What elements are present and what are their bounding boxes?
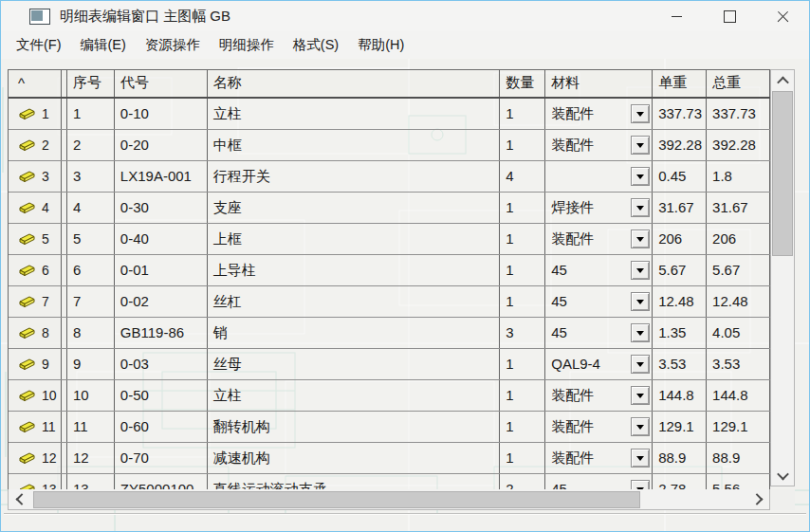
cell-code[interactable]: 0-40 bbox=[115, 224, 208, 254]
cell-name[interactable]: 丝杠 bbox=[208, 286, 501, 317]
maximize-button[interactable] bbox=[703, 1, 756, 31]
cell-qty[interactable]: 1 bbox=[500, 130, 545, 160]
menu-resource-ops[interactable]: 资源操作 bbox=[136, 32, 210, 58]
material-dropdown-button[interactable] bbox=[631, 261, 650, 280]
cell-qty[interactable]: 1 bbox=[500, 380, 545, 411]
cell-material[interactable]: 装配件 bbox=[545, 412, 653, 442]
cell-code[interactable]: 0-60 bbox=[115, 412, 208, 442]
cell-material[interactable]: 装配件 bbox=[545, 130, 653, 160]
material-dropdown-button[interactable] bbox=[631, 229, 650, 248]
cell-material[interactable]: 装配件 bbox=[545, 224, 653, 254]
scroll-down-button[interactable] bbox=[771, 465, 794, 486]
column-header-material[interactable]: 材料 bbox=[545, 70, 653, 97]
cell-name[interactable]: 翻转机构 bbox=[208, 412, 501, 442]
cell-name[interactable]: 立柱 bbox=[208, 99, 501, 129]
material-dropdown-button[interactable] bbox=[631, 355, 650, 374]
minimize-button[interactable] bbox=[650, 1, 703, 31]
material-dropdown-button[interactable] bbox=[631, 417, 650, 436]
cell-qty[interactable]: 2 bbox=[500, 474, 545, 489]
cell-code[interactable]: LX19A-001 bbox=[115, 161, 208, 192]
cell-qty[interactable]: 1 bbox=[500, 224, 545, 254]
material-dropdown-button[interactable] bbox=[631, 323, 650, 342]
material-dropdown-button[interactable] bbox=[631, 167, 650, 186]
cell-name[interactable]: 支座 bbox=[208, 193, 501, 223]
cell-unit-weight[interactable]: 12.48 bbox=[653, 286, 707, 317]
scroll-right-button[interactable] bbox=[746, 489, 769, 510]
horizontal-scrollbar[interactable] bbox=[8, 489, 770, 510]
cell-unit-weight[interactable]: 2.78 bbox=[653, 474, 707, 489]
cell-seq[interactable]: 1 bbox=[67, 99, 115, 129]
cell-name[interactable]: 销 bbox=[208, 318, 501, 348]
cell-material[interactable] bbox=[545, 161, 653, 192]
cell-name[interactable]: 中框 bbox=[208, 130, 501, 160]
cell-code[interactable]: GB119-86 bbox=[115, 318, 208, 348]
cell-total-weight[interactable]: 206 bbox=[707, 224, 770, 254]
cell-seq[interactable]: 13 bbox=[67, 474, 115, 489]
column-header-total-weight[interactable]: 总重 bbox=[707, 70, 770, 97]
cell-unit-weight[interactable]: 1.35 bbox=[653, 318, 707, 348]
cell-material[interactable]: QAL9-4 bbox=[545, 349, 653, 379]
cell-code[interactable]: 0-30 bbox=[115, 193, 208, 223]
cell-name[interactable]: 上导柱 bbox=[208, 255, 501, 285]
cell-unit-weight[interactable]: 88.9 bbox=[653, 443, 707, 473]
cell-name[interactable]: 立柱 bbox=[208, 380, 501, 411]
cell-qty[interactable]: 1 bbox=[500, 412, 545, 442]
cell-seq[interactable]: 8 bbox=[67, 318, 115, 348]
cell-qty[interactable]: 1 bbox=[500, 443, 545, 473]
cell-unit-weight[interactable]: 5.67 bbox=[653, 255, 707, 285]
row-header[interactable]: 11 bbox=[9, 412, 62, 442]
menu-help[interactable]: 帮助(H) bbox=[348, 32, 414, 58]
cell-qty[interactable]: 3 bbox=[500, 318, 545, 348]
material-dropdown-button[interactable] bbox=[631, 136, 650, 155]
material-dropdown-button[interactable] bbox=[631, 449, 650, 468]
cell-code[interactable]: 0-01 bbox=[115, 255, 208, 285]
column-header-unit-weight[interactable]: 单重 bbox=[653, 70, 707, 97]
cell-qty[interactable]: 1 bbox=[500, 99, 545, 129]
material-dropdown-button[interactable] bbox=[631, 104, 650, 123]
cell-unit-weight[interactable]: 129.1 bbox=[653, 412, 707, 442]
row-header[interactable]: 13 bbox=[9, 474, 62, 489]
cell-unit-weight[interactable]: 392.28 bbox=[653, 130, 707, 160]
cell-seq[interactable]: 9 bbox=[67, 349, 115, 379]
cell-total-weight[interactable]: 392.28 bbox=[707, 130, 770, 160]
cell-code[interactable]: ZY5000100 bbox=[115, 474, 208, 489]
row-header[interactable]: 6 bbox=[9, 255, 62, 285]
row-header[interactable]: 8 bbox=[9, 318, 62, 348]
row-header[interactable]: 7 bbox=[9, 286, 62, 317]
cell-qty[interactable]: 1 bbox=[500, 255, 545, 285]
cell-seq[interactable]: 7 bbox=[67, 286, 115, 317]
cell-seq[interactable]: 2 bbox=[67, 130, 115, 160]
row-header[interactable]: 2 bbox=[9, 130, 62, 160]
column-header-corner[interactable]: ^ bbox=[9, 70, 62, 97]
cell-name[interactable]: 上框 bbox=[208, 224, 501, 254]
row-header[interactable]: 9 bbox=[9, 349, 62, 379]
cell-unit-weight[interactable]: 0.45 bbox=[653, 161, 707, 192]
material-dropdown-button[interactable] bbox=[631, 292, 650, 311]
horizontal-scrollbar-thumb[interactable] bbox=[33, 491, 640, 508]
cell-unit-weight[interactable]: 206 bbox=[653, 224, 707, 254]
cell-unit-weight[interactable]: 31.67 bbox=[653, 193, 707, 223]
menu-detail-ops[interactable]: 明细操作 bbox=[210, 32, 284, 58]
cell-code[interactable]: 0-50 bbox=[115, 380, 208, 411]
cell-material[interactable]: 装配件 bbox=[545, 99, 653, 129]
row-header[interactable]: 12 bbox=[9, 443, 62, 473]
cell-code[interactable]: 0-20 bbox=[115, 130, 208, 160]
cell-seq[interactable]: 5 bbox=[67, 224, 115, 254]
cell-code[interactable]: 0-70 bbox=[115, 443, 208, 473]
column-header-code[interactable]: 代号 bbox=[115, 70, 208, 97]
cell-total-weight[interactable]: 144.8 bbox=[707, 380, 770, 411]
column-header-seq[interactable]: 序号 bbox=[67, 70, 115, 97]
row-header[interactable]: 4 bbox=[9, 193, 62, 223]
cell-code[interactable]: 0-02 bbox=[115, 286, 208, 317]
cell-unit-weight[interactable]: 144.8 bbox=[653, 380, 707, 411]
scroll-left-button[interactable] bbox=[9, 489, 31, 510]
cell-seq[interactable]: 6 bbox=[67, 255, 115, 285]
cell-total-weight[interactable]: 5.67 bbox=[707, 255, 770, 285]
cell-code[interactable]: 0-03 bbox=[115, 349, 208, 379]
cell-seq[interactable]: 12 bbox=[67, 443, 115, 473]
title-bar[interactable]: 明细表编辑窗口 主图幅 GB bbox=[1, 1, 809, 31]
cell-qty[interactable]: 1 bbox=[500, 193, 545, 223]
cell-material[interactable]: 装配件 bbox=[545, 443, 653, 473]
cell-total-weight[interactable]: 12.48 bbox=[707, 286, 770, 317]
cell-code[interactable]: 0-10 bbox=[115, 99, 208, 129]
